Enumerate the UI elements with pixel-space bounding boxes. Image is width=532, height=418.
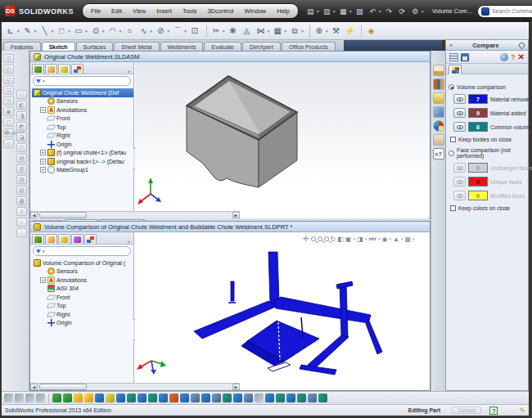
view-tool-icon[interactable]: ◧ xyxy=(16,101,27,110)
macro-tool-icon[interactable] xyxy=(233,393,242,402)
slot-tool-icon[interactable]: ▭ xyxy=(73,26,84,35)
macro-tool-icon[interactable] xyxy=(52,393,61,402)
original-chute-model[interactable] xyxy=(178,65,351,206)
assembly-graphics-area[interactable] xyxy=(135,62,430,218)
fillet-dropdown-icon[interactable]: ▾ xyxy=(184,29,187,34)
macro-tool-icon[interactable] xyxy=(308,393,317,402)
view-orientation-icon[interactable]: ▣ xyxy=(345,236,352,243)
undo-dropdown-icon[interactable]: ▾ xyxy=(379,8,381,14)
tab-features[interactable]: Features xyxy=(3,42,41,51)
macro-tool-icon[interactable] xyxy=(169,393,178,402)
view-orientation-dropdown-icon[interactable]: ▾ xyxy=(353,236,355,241)
save-icon[interactable]: ▦ xyxy=(338,7,349,16)
offset-entities-icon[interactable]: ◬ xyxy=(241,26,252,35)
expand-icon[interactable]: + xyxy=(40,167,46,173)
help-icon[interactable]: ? xyxy=(511,53,516,61)
view-tool-icon[interactable]: ◨ xyxy=(16,111,27,120)
tab-dimxpert[interactable]: DimXpert xyxy=(242,42,281,51)
radio-selected-icon[interactable] xyxy=(449,84,454,90)
tree-item-root-assembly[interactable]: Original Chute Weldment (Def xyxy=(32,88,133,97)
report-icon[interactable] xyxy=(449,53,458,61)
status-help-badge[interactable]: ? xyxy=(489,407,498,415)
tab-weldments[interactable]: Weldments xyxy=(160,42,204,51)
filter-faces-icon[interactable] xyxy=(25,393,34,402)
view-palette-icon[interactable] xyxy=(433,106,444,118)
view-tool-icon[interactable]: □ xyxy=(16,90,27,99)
show-hide-body-button[interactable] xyxy=(453,108,466,118)
macro-tool-icon[interactable] xyxy=(138,393,147,402)
tree-item-front-plane[interactable]: Front xyxy=(32,293,133,302)
apply-scene-icon[interactable]: ▲ xyxy=(393,236,399,243)
macro-tool-icon[interactable] xyxy=(201,393,210,402)
expand-icon[interactable]: + xyxy=(40,150,46,155)
keep-bodies-checkbox[interactable]: Keep bodies on close xyxy=(450,137,525,142)
design-library-icon[interactable] xyxy=(433,79,444,90)
new-dropdown-icon[interactable]: ▾ xyxy=(317,8,319,14)
filter-vertices-icon[interactable] xyxy=(36,393,45,402)
view-tool-icon[interactable]: ◊ xyxy=(16,207,27,216)
keep-colors-checkbox[interactable]: Keep colors on close xyxy=(450,205,525,211)
custom-properties-icon[interactable] xyxy=(433,134,444,146)
more-tabs-icon[interactable]: » xyxy=(128,239,132,244)
ellipse-dropdown-icon[interactable]: ▾ xyxy=(167,29,169,34)
web-help-icon[interactable] xyxy=(500,53,508,61)
assembly-tool-icon[interactable]: ◳ xyxy=(3,97,14,106)
search-box[interactable]: ▾ xyxy=(477,5,532,18)
view-tool-icon[interactable]: ◫ xyxy=(16,143,27,152)
solidworks-resources-icon[interactable] xyxy=(433,65,444,76)
tree-item-mategroup[interactable]: + MateGroup1 xyxy=(32,166,133,175)
assembly-window-titlebar[interactable]: Original Chute Weldment.SLDASM xyxy=(30,52,430,62)
appearances-tab[interactable] xyxy=(84,234,97,244)
line-tool-icon[interactable]: ╲ xyxy=(39,26,51,35)
sketch-dropdown-icon[interactable]: ▾ xyxy=(34,29,37,34)
assembly-tool-icon[interactable]: ▢ xyxy=(3,118,14,127)
tree-item-top-plane[interactable]: Top xyxy=(32,123,133,132)
property-manager-tab[interactable] xyxy=(45,234,57,244)
view-tool-icon[interactable]: ○ xyxy=(16,218,27,227)
appearances-tab[interactable] xyxy=(71,64,83,74)
compare-results-tab[interactable] xyxy=(449,65,462,74)
open-document-icon[interactable]: ▥ xyxy=(322,7,332,16)
tree-filter-input[interactable]: ▾ xyxy=(33,246,131,256)
part-window-titlebar[interactable]: Volume Comparison of Original Chute Weld… xyxy=(30,222,430,232)
zoom-fit-icon[interactable] xyxy=(311,236,316,241)
macro-tool-icon[interactable] xyxy=(180,393,189,402)
trim-dropdown-icon[interactable]: ▾ xyxy=(223,29,225,34)
assembly-tool-icon[interactable]: ◰ xyxy=(3,65,14,74)
view-tool-icon[interactable]: ▤ xyxy=(16,154,27,163)
view-tool-icon[interactable]: ▧ xyxy=(16,186,27,195)
tree-item-root-part[interactable]: Volume Comparison of Original ( xyxy=(32,258,133,267)
tree-item-sensors[interactable]: Sensors xyxy=(32,267,133,276)
selection-filter-icon[interactable] xyxy=(4,393,13,402)
horizontal-scrollbar[interactable]: ◀ ▶ xyxy=(30,383,240,390)
macro-tool-icon[interactable] xyxy=(63,393,72,402)
radio-unselected-icon[interactable] xyxy=(449,151,454,156)
macro-tool-icon[interactable] xyxy=(265,393,274,402)
assembly-tool-icon[interactable]: ▣ xyxy=(3,107,14,116)
macro-tool-icon[interactable] xyxy=(74,393,83,402)
part-graphics-area[interactable]: ✛ ↻ ◧ ▣▾ ◨▾ 👓▾ ◉▾ ▲▾ ▦▾ xyxy=(135,232,430,390)
line-dropdown-icon[interactable]: ▾ xyxy=(52,29,54,34)
tree-item-front-plane[interactable]: Front xyxy=(32,115,133,124)
appearances-scenes-icon[interactable] xyxy=(433,120,444,132)
view-tool-icon[interactable]: ▨ xyxy=(16,175,27,184)
search-input[interactable] xyxy=(492,8,532,14)
display-style-dropdown-icon[interactable]: ▾ xyxy=(364,236,367,241)
slot-dropdown-icon[interactable]: ▾ xyxy=(85,29,88,34)
tree-item-annotations[interactable]: + A Annotations xyxy=(32,106,133,115)
scroll-left-icon[interactable]: ◀ xyxy=(30,384,38,390)
open-dropdown-icon[interactable]: ▾ xyxy=(333,8,336,14)
mirror-entities-icon[interactable]: ⋈ xyxy=(255,26,266,35)
tree-item-annotations[interactable]: + A Annotations xyxy=(32,276,133,285)
filter-edges-icon[interactable] xyxy=(15,393,24,402)
show-hide-body-button[interactable] xyxy=(453,94,466,104)
view-tool-icon[interactable]: ▩ xyxy=(16,196,27,205)
tree-filter-input[interactable]: ▾ xyxy=(33,76,131,86)
macro-tool-icon[interactable] xyxy=(148,393,157,402)
tab-sheet-metal[interactable]: Sheet Metal xyxy=(114,42,159,51)
tree-item-origin[interactable]: Origin xyxy=(32,319,133,328)
show-hide-face-button[interactable] xyxy=(453,191,466,200)
options-icon[interactable]: ⚙ xyxy=(410,7,421,16)
volume-comparison-radio[interactable]: Volume comparison xyxy=(449,84,525,90)
scene-dropdown-icon[interactable]: ▾ xyxy=(401,236,404,241)
